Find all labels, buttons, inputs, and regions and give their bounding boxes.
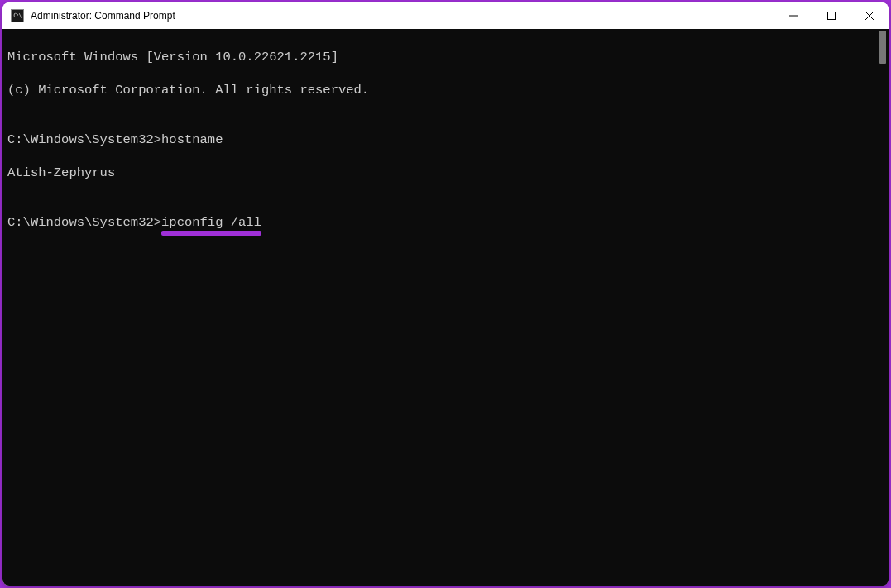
close-button[interactable] [850,2,889,29]
scrollbar-track[interactable] [877,29,889,586]
window-title: Administrator: Command Prompt [31,10,774,22]
cmd-window: C:\ Administrator: Command Prompt Micros… [2,2,889,586]
terminal-area[interactable]: Microsoft Windows [Version 10.0.22621.22… [2,29,877,586]
terminal-prompt2: C:\Windows\System32>ipconfig /all [7,214,872,231]
prompt2-path: C:\Windows\System32> [7,215,161,230]
scrollbar-thumb[interactable] [879,31,886,64]
minimize-icon [789,12,798,20]
terminal-hostname-output: Atish-Zephyrus [7,165,872,181]
terminal-line-copyright: (c) Microsoft Corporation. All rights re… [7,82,872,98]
close-icon [865,12,874,20]
titlebar[interactable]: C:\ Administrator: Command Prompt [2,2,889,29]
cmd-icon-text: C:\ [13,12,22,19]
prompt1-path: C:\Windows\System32> [7,132,161,147]
prompt2-cmd-highlighted: ipconfig /all [161,214,261,231]
minimize-button[interactable] [774,2,812,29]
maximize-icon [827,12,836,20]
terminal-line-version: Microsoft Windows [Version 10.0.22621.22… [7,49,872,65]
cmd-icon: C:\ [11,9,24,22]
svg-rect-1 [828,12,836,20]
terminal-prompt1: C:\Windows\System32>hostname [7,131,872,148]
window-controls [774,2,889,29]
prompt1-cmd: hostname [161,132,223,147]
maximize-button[interactable] [812,2,850,29]
terminal-area-wrap: Microsoft Windows [Version 10.0.22621.22… [2,29,889,586]
